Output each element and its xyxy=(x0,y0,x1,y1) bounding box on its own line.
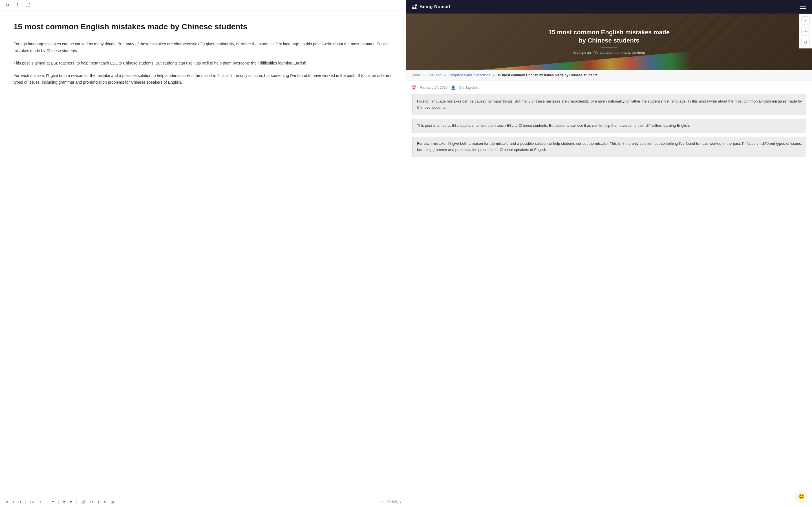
breadcrumb-current: 15 most common English mistakes made by … xyxy=(497,73,598,77)
quote-button[interactable]: ❝ xyxy=(51,499,55,505)
editor-paragraph-3: For each mistake, I'll give both a reaso… xyxy=(13,72,392,86)
word-count-dropdown[interactable]: ▾ xyxy=(400,500,401,504)
article-body: 📅 February 17, 2019 👤 Ola Jagielska Fore… xyxy=(406,81,812,165)
editor-paragraph-1: Foreign language mistakes can be caused … xyxy=(13,41,392,54)
breadcrumb-sep-2: » xyxy=(444,73,446,77)
breadcrumb-category[interactable]: Languages and Interactions xyxy=(449,73,490,77)
browser-panel: 🏕 Being Nomad 15 most common English mis… xyxy=(406,0,812,507)
hamburger-menu[interactable] xyxy=(800,5,806,9)
logo-icon: 🏕 xyxy=(412,4,417,10)
toolbar-divider-2 xyxy=(47,500,47,504)
hamburger-line-2 xyxy=(800,6,806,7)
breadcrumb-home[interactable]: Home xyxy=(412,73,421,77)
image-button[interactable]: ⊞ xyxy=(110,499,115,505)
article-area[interactable]: Home » The Blog » Languages and Interact… xyxy=(406,70,812,507)
brand-name: Being Nomad xyxy=(419,4,450,9)
hamburger-line-3 xyxy=(800,8,806,9)
hero-title: 15 most common English mistakes made by … xyxy=(539,29,679,45)
type-button[interactable]: T xyxy=(96,499,101,505)
article-date: February 17, 2019 xyxy=(420,86,448,90)
format-toolbar: B I U H₁ H₂ ❝ ≡ ≡ 🔗 U T S̶ ⊞ ⏱ 129 单词 ▾ xyxy=(0,497,406,507)
hamburger-line-1 xyxy=(800,5,806,5)
word-count-text: 129 单词 xyxy=(385,500,398,504)
breadcrumb-sep-1: » xyxy=(423,73,425,77)
article-paragraph-1: Foreign language mistakes can be caused … xyxy=(412,94,806,115)
editor-content-area[interactable]: 15 most common English mistakes made by … xyxy=(0,10,406,497)
layers-tool-button[interactable]: ⊟ xyxy=(801,38,810,46)
unordered-list-button[interactable]: ≡ xyxy=(68,499,73,505)
link-button[interactable]: 🔗 xyxy=(80,499,87,505)
article-meta: 📅 February 17, 2019 👤 Ola Jagielska xyxy=(412,86,806,90)
brand-logo: 🏕 Being Nomad xyxy=(412,4,450,10)
article-paragraph-3: For each mistake, I'll give both a reaso… xyxy=(412,136,806,157)
code-tool-button[interactable]: </> xyxy=(801,27,810,36)
share-icon[interactable]: ⤴ xyxy=(15,2,20,8)
bold-button[interactable]: B xyxy=(4,499,9,505)
more-icon[interactable]: ··· xyxy=(35,2,41,8)
underline-button[interactable]: U xyxy=(17,499,22,505)
check-tool-button[interactable]: ✓ xyxy=(801,16,810,25)
calendar-icon: 📅 xyxy=(412,86,416,90)
breadcrumb-sep-3: » xyxy=(493,73,495,77)
editor-top-toolbar: ↺ ⤴ ⛶ ··· xyxy=(0,0,406,10)
editor-paragraph-2: This post is aimed at ESL teachers, to h… xyxy=(13,60,392,67)
breadcrumb-blog[interactable]: The Blog xyxy=(428,73,441,77)
clock-icon: ⏱ xyxy=(380,500,384,504)
toolbar-divider-3 xyxy=(58,500,59,504)
word-count-area: ⏱ 129 单词 ▾ xyxy=(380,500,401,504)
hero-section: 15 most common English mistakes made by … xyxy=(406,13,812,70)
editor-panel: ↺ ⤴ ⛶ ··· 15 most common English mistake… xyxy=(0,0,406,507)
right-sidebar: ✓ </> ⊟ xyxy=(799,14,812,48)
emoji-feedback-button[interactable]: 😊 xyxy=(796,491,806,501)
toolbar-divider-4 xyxy=(77,500,77,504)
breadcrumb: Home » The Blog » Languages and Interact… xyxy=(406,70,812,81)
article-title: 15 most common English mistakes made by … xyxy=(13,22,392,32)
underline2-button[interactable]: U xyxy=(89,499,94,505)
refresh-icon[interactable]: ↺ xyxy=(4,2,10,8)
hero-subtitle: And tips for ESL teachers on how to fix … xyxy=(573,51,645,55)
strikethrough-button[interactable]: S̶ xyxy=(103,499,107,505)
heading2-button[interactable]: H₂ xyxy=(38,500,44,505)
expand-icon[interactable]: ⛶ xyxy=(25,2,31,8)
browser-header: 🏕 Being Nomad xyxy=(406,0,812,13)
article-author: Ola Jagielska xyxy=(459,86,479,90)
ordered-list-button[interactable]: ≡ xyxy=(62,499,66,505)
author-icon: 👤 xyxy=(451,86,456,90)
italic-button[interactable]: I xyxy=(11,499,15,505)
heading1-button[interactable]: H₁ xyxy=(29,500,35,505)
article-paragraph-2: This post is aimed at ESL teachers, to h… xyxy=(412,119,806,133)
